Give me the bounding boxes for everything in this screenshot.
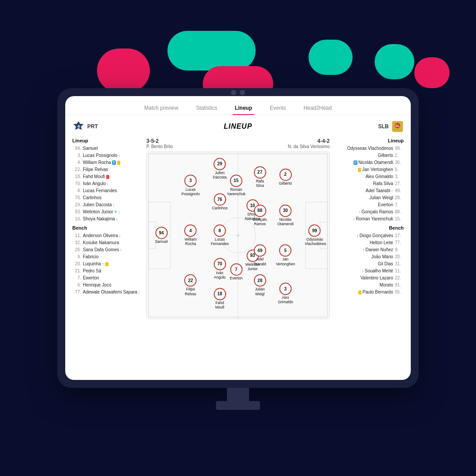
away-bench-label: Bench xyxy=(333,225,404,231)
home-gk: 94 Samuel xyxy=(155,227,168,244)
home-mid-5: 18 FahdMoufi xyxy=(214,288,226,309)
away-bench-2: Helton Leite77. xyxy=(333,239,404,246)
away-player-list: Lineup Odysseas Vlachodimos99. Gilberto2… xyxy=(333,138,404,319)
home-bench-3: 26.Sana Dafa Gomes ↕ xyxy=(72,246,143,253)
tab-statistics[interactable]: Statistics xyxy=(187,101,226,115)
away-team-badge: SL xyxy=(391,120,404,133)
away-player-1: Odysseas Vlachodimos99. xyxy=(333,145,404,152)
home-team-code: PRT xyxy=(87,123,98,130)
away-bench-8: Morato91. xyxy=(333,282,404,289)
home-def-3: 22 FilipeRelvas xyxy=(184,275,197,296)
home-lineup-label: Lineup xyxy=(72,138,143,143)
away-mid-4: 28 JulianWeigl xyxy=(254,275,266,296)
home-player-11: 10.Shoya Nakajima ↕ xyxy=(72,216,143,223)
away-fwd-2: 7 Everton xyxy=(230,264,242,281)
home-team-header: ⚽ PRT xyxy=(72,120,98,133)
deco-blob-teal-topright xyxy=(375,44,414,79)
away-player-10: ↕ Gonçalo Ramos88. xyxy=(333,208,404,216)
home-bench-1: 11.Anderson Oliveira ↕ xyxy=(72,232,143,239)
pitch: 94 Samuel 3 LucasPossignolo 4 WilliamRoc… xyxy=(147,152,329,319)
deco-blob-pink-topleft xyxy=(97,48,150,93)
svg-text:SL: SL xyxy=(395,124,400,128)
tab-lineup[interactable]: Lineup xyxy=(226,101,261,115)
tab-match-preview[interactable]: Match preview xyxy=(135,101,187,115)
away-player-5: Álex Grimaldo3. xyxy=(333,173,404,180)
camera-dot-2 xyxy=(240,90,245,95)
monitor-stand xyxy=(216,388,260,410)
pitch-container: 94 Samuel 3 LucasPossignolo 4 WilliamRoc… xyxy=(146,152,330,319)
away-mid-3: 49 AdelTaarabt xyxy=(253,245,266,266)
home-mid-4: 70 IvánAngulo xyxy=(214,258,226,279)
home-def-2: 4 WilliamRocha xyxy=(184,224,197,246)
away-player-2: Gilberto2. xyxy=(333,152,404,159)
stand-neck xyxy=(227,388,249,401)
tab-events[interactable]: Events xyxy=(261,101,295,115)
away-def-3: 5 JanVertonghen xyxy=(276,245,295,266)
home-player-9: 29.Julien Dacosta ↕ xyxy=(72,201,143,208)
away-formation: 4-4-2 N. da Silva Veríssimo xyxy=(288,138,330,149)
home-player-5: 18.Fahd Moufi xyxy=(72,173,143,180)
home-player-1: 94.Samuel xyxy=(72,145,143,152)
stand-base xyxy=(216,401,260,410)
home-bench-9: 77.Adewale Oluwafemi Sapara ↕ xyxy=(72,289,143,296)
content-area: ⚽ PRT LINEUP SLB SL xyxy=(65,115,411,380)
home-bench-6: 21.Pedro Sá xyxy=(72,268,143,275)
svg-text:⚽: ⚽ xyxy=(77,125,81,128)
nav-tabs: Match preview Statistics Lineup Events H… xyxy=(65,96,411,115)
home-mid-2: 76 Carlinhos xyxy=(212,193,228,211)
away-bench-4: João Mário20. xyxy=(333,253,404,260)
away-bench-3: ↕ Darwin Nuñez9. xyxy=(333,246,404,253)
away-team-code: SLB xyxy=(378,123,389,130)
home-mid-1: 29 JulienDacosta xyxy=(213,158,227,179)
home-player-10: 93.Welinton Junior ⊕ ↕ xyxy=(72,208,143,216)
tab-head2head[interactable]: Head2Head xyxy=(295,101,341,115)
lineup-title: LINEUP xyxy=(224,123,253,130)
home-bench-4: 9.Fabricio xyxy=(72,253,143,260)
deco-blob-teal-top xyxy=(167,31,256,71)
home-bench-5: 20.Luquinha ↕ xyxy=(72,260,143,268)
home-formation: 3-5-2 P. Bento Brito xyxy=(146,138,173,149)
away-mid-2: 88 GonçaloRamos xyxy=(253,205,267,226)
away-player-4: Jan Vertonghen5. xyxy=(333,166,404,173)
camera-area xyxy=(231,90,245,95)
away-bench-5: Gil Dias31. xyxy=(333,260,404,268)
home-bench-label: Bench xyxy=(72,225,143,231)
home-def-1: 3 LucasPossignolo xyxy=(182,175,200,196)
svg-point-8 xyxy=(237,234,239,237)
home-player-6: 70.Iván Angulo ↕ xyxy=(72,180,143,187)
home-player-list: Lineup 94.Samuel 3.Lucas Possignolo ↕ 4.… xyxy=(72,138,143,319)
deco-blob-teal-topright3 xyxy=(309,40,353,75)
camera-dot-1 xyxy=(231,90,236,95)
away-bench-7: Valentino Lazaro22. xyxy=(333,275,404,282)
away-fwd-1: 15 RomanYaremchuk xyxy=(227,175,245,196)
away-team-header: SLB SL xyxy=(378,120,404,133)
away-player-3: C Nicolás Otamendi30. xyxy=(333,159,404,166)
home-bench-8: 6.Henrique Jocú xyxy=(72,282,143,289)
monitor-frame: Match preview Statistics Lineup Events H… xyxy=(57,88,419,388)
away-lineup-label: Lineup xyxy=(333,138,404,143)
home-bench-7: 7.Ewerton xyxy=(72,275,143,282)
away-player-6: Rafa Silva27. xyxy=(333,180,404,187)
home-mid-3: 8 LucasFernandes xyxy=(211,224,229,246)
center-column: 3-5-2 P. Bento Brito 4-4-2 N. da Silva V… xyxy=(146,138,330,319)
away-gk: 99 OdysseasVlachodimos xyxy=(305,224,324,246)
lineup-header: ⚽ PRT LINEUP SLB SL xyxy=(72,120,404,133)
away-player-11: ↕ Roman Yaremchuk15. xyxy=(333,216,404,223)
away-def-4: 3 ÁlexGrimaldo xyxy=(278,283,293,305)
away-def-1: 2 Gilberto xyxy=(279,168,292,186)
away-def-2: 30 NicolásOtamendi xyxy=(277,205,294,226)
away-player-7: Adel Taarabt ↕ 49. xyxy=(333,187,404,194)
home-player-2: 3.Lucas Possignolo ↕ xyxy=(72,152,143,159)
home-player-8: 76.Carlinhos xyxy=(72,194,143,201)
monitor-screen: Match preview Statistics Lineup Events H… xyxy=(65,96,411,380)
home-team-badge: ⚽ xyxy=(72,120,85,133)
away-player-9: Everton7. xyxy=(333,201,404,208)
home-player-4: 22.Filipe Relvas xyxy=(72,166,143,173)
away-bench-9: Paulo Bernardo55. xyxy=(333,289,404,296)
away-mid-1: 27 RafaSilva xyxy=(254,166,266,188)
home-player-7: 8.Lucas Fernandes xyxy=(72,187,143,194)
home-bench-2: 32.Kosuke Nakamura xyxy=(72,239,143,246)
away-bench-1: ↕ Diogo Gonçalves17. xyxy=(333,232,404,239)
home-player-3: 4.William Rocha C xyxy=(72,159,143,166)
away-player-8: Julian Weigl28. xyxy=(333,194,404,201)
